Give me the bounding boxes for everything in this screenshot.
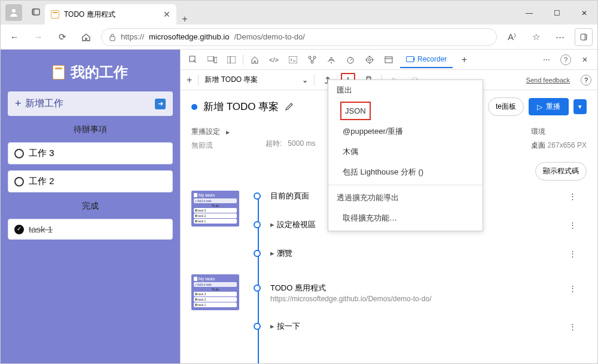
console-tab-icon[interactable] <box>285 52 301 68</box>
screenshot-thumbnail[interactable]: My tasks + Add a task To do task 3 task … <box>191 191 239 227</box>
forward-button[interactable]: → <box>29 28 47 46</box>
window-titlebar: TODO 應用程式 ✕ + ― ☐ ✕ <box>1 1 597 25</box>
step-label: 瀏覽 <box>277 249 292 258</box>
tab-title: TODO 應用程式 <box>64 10 115 20</box>
step-dot-icon <box>254 250 261 257</box>
maximize-button[interactable]: ☐ <box>544 4 570 22</box>
url-path: /Demos/demo-to-do/ <box>234 32 305 41</box>
edit-icon[interactable] <box>285 102 294 111</box>
recording-name: 新增 TODO 專案 <box>205 75 258 85</box>
get-extensions-item[interactable]: 取得擴充功能… <box>328 208 483 228</box>
replay-settings-label[interactable]: 重播設定 ▸ <box>191 127 230 137</box>
new-recording-button[interactable]: + <box>187 75 192 85</box>
task-item-done[interactable]: task 1 <box>8 219 173 240</box>
favorite-button[interactable]: ☆ <box>527 28 545 46</box>
panel-layout-icon[interactable] <box>224 52 239 68</box>
export-puppeteer-replay-item[interactable]: @puppeteer/重播 <box>328 121 483 142</box>
throttle-value: 無節流 <box>191 140 230 151</box>
sources-tab-icon[interactable] <box>304 52 320 68</box>
task-item[interactable]: 工作 2 <box>8 170 173 192</box>
screenshot-thumbnail[interactable]: My tasks + Add a task To do task 3 task … <box>191 274 239 310</box>
svg-point-12 <box>309 56 311 59</box>
todo-app-pane: 我的工作 + 新增工作 ➜ 待辦事項 工作 3 工作 2 完成 task 1 <box>1 50 180 364</box>
svg-point-19 <box>367 57 373 63</box>
memory-tab-icon[interactable] <box>362 52 377 68</box>
url-prefix: https:// <box>121 32 144 41</box>
replay-button[interactable]: ▷ 重播 <box>529 98 569 115</box>
recording-indicator-icon <box>191 104 197 110</box>
step-dot-icon <box>254 192 261 200</box>
env-device: 桌面 <box>531 141 545 149</box>
svg-rect-8 <box>214 57 217 63</box>
step-dot-icon <box>254 323 261 330</box>
step-dot-icon <box>254 221 261 228</box>
divider <box>198 75 199 85</box>
clipboard-icon <box>53 65 65 79</box>
divider <box>314 75 315 85</box>
new-tab-button[interactable]: + <box>176 14 193 25</box>
step-label: 目前的頁面 <box>270 191 309 200</box>
step-item[interactable]: ▸按一下 ⋮ <box>254 321 576 332</box>
step-menu-icon[interactable]: ⋮ <box>569 322 576 331</box>
elements-tab-icon[interactable]: </> <box>266 52 282 68</box>
profile-button[interactable] <box>5 4 22 21</box>
step-menu-icon[interactable]: ⋮ <box>569 249 576 258</box>
devtools-tabstrip: </> Recorder + ⋯ ? ✕ <box>181 50 597 70</box>
browser-tab[interactable]: TODO 應用程式 ✕ <box>45 4 176 25</box>
close-button[interactable]: ✕ <box>571 4 597 22</box>
step-menu-icon[interactable]: ⋮ <box>569 221 576 230</box>
devtools-close-button[interactable]: ✕ <box>577 52 593 68</box>
refresh-button[interactable]: ⟳ <box>53 28 71 46</box>
svg-rect-3 <box>110 36 115 41</box>
tab-actions-button[interactable] <box>27 3 45 21</box>
task-text: 工作 2 <box>29 176 54 187</box>
settings-menu-button[interactable]: ⋯ <box>551 28 569 46</box>
copilot-button[interactable] <box>575 28 593 46</box>
export-json-item[interactable]: JSON <box>340 102 371 120</box>
device-icon[interactable] <box>205 52 220 68</box>
devtools-help-button[interactable]: ? <box>558 52 573 68</box>
send-feedback-link[interactable]: Send feedback <box>526 77 570 84</box>
home-button[interactable] <box>77 28 95 46</box>
recorder-tab[interactable]: Recorder <box>400 51 453 68</box>
task-item[interactable]: 工作 3 <box>8 142 173 164</box>
svg-rect-25 <box>385 57 392 63</box>
read-aloud-button[interactable]: A⁾ <box>503 28 521 46</box>
back-button[interactable]: ← <box>5 28 23 46</box>
svg-line-17 <box>350 59 352 60</box>
replay-split-button[interactable]: ▾ <box>573 99 587 114</box>
task-checkbox-checked[interactable] <box>14 225 24 234</box>
minimize-button[interactable]: ― <box>516 4 542 22</box>
url-input[interactable]: https://microsoftedge.github.io/Demos/de… <box>101 28 497 46</box>
svg-rect-11 <box>289 56 297 63</box>
devtools-more-button[interactable]: ⋯ <box>539 52 554 68</box>
welcome-tab-icon[interactable] <box>247 52 263 68</box>
task-checkbox[interactable] <box>14 177 24 186</box>
tab-strip: TODO 應用程式 ✕ + <box>45 4 516 25</box>
step-label: TODO 應用程式 <box>270 283 326 292</box>
step-item[interactable]: TODO 應用程式 https://microsoftedge.github.i… <box>254 283 576 303</box>
chevron-down-icon: ⌄ <box>302 76 308 84</box>
network-tab-icon[interactable] <box>324 52 339 68</box>
step-item[interactable]: ▸瀏覽 ⋮ <box>254 248 576 259</box>
show-code-button[interactable]: 顯示程式碼 <box>535 162 587 181</box>
inspect-icon[interactable] <box>185 52 201 68</box>
add-task-card[interactable]: + 新增工作 ➜ <box>8 91 173 116</box>
export-puppet-item[interactable]: 木偶 <box>328 142 483 162</box>
panel-button[interactable]: te面板 <box>488 97 524 116</box>
application-tab-icon[interactable] <box>381 52 396 68</box>
performance-tab-icon[interactable] <box>343 52 358 68</box>
task-text: 工作 3 <box>29 148 54 159</box>
tab-close-icon[interactable]: ✕ <box>163 10 170 19</box>
task-checkbox[interactable] <box>14 149 24 158</box>
step-menu-icon[interactable]: ⋮ <box>569 284 576 293</box>
help-icon[interactable]: ? <box>581 75 591 85</box>
step-menu-icon[interactable]: ⋮ <box>569 192 576 201</box>
more-tabs-button[interactable]: + <box>456 52 472 68</box>
svg-rect-2 <box>32 9 35 15</box>
window-controls: ― ☐ ✕ <box>516 4 597 22</box>
camera-icon <box>406 56 414 62</box>
submit-arrow-icon[interactable]: ➜ <box>155 99 166 109</box>
export-lighthouse-item[interactable]: 包括 Lighthouse 分析 () <box>328 162 483 182</box>
recording-selector[interactable]: 新增 TODO 專案 ⌄ <box>205 75 308 85</box>
